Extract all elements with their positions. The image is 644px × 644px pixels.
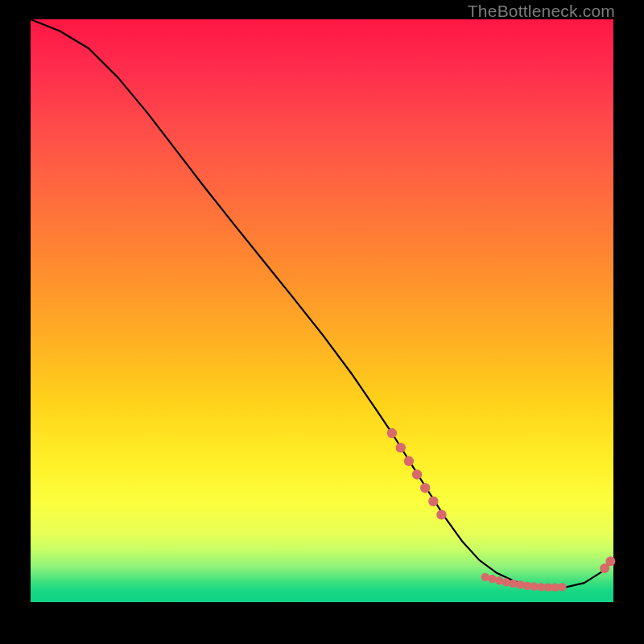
data-marker [404,456,414,466]
data-marker [516,580,524,588]
watermark-text: TheBottleneck.com [468,2,615,21]
data-marker [481,573,489,581]
data-marker [412,469,422,479]
data-marker [488,575,496,583]
data-marker [436,510,446,519]
data-marker [502,578,510,586]
chart-svg [31,19,613,602]
curve-layer [31,19,613,588]
data-marker [428,497,438,506]
data-marker [509,580,517,588]
bottleneck-curve [31,19,613,588]
plot-area [31,19,613,602]
data-marker [495,576,503,584]
data-marker [605,556,615,566]
markers-layer [387,428,616,592]
data-marker [396,443,406,452]
data-marker [558,583,566,591]
chart-stage: TheBottleneck.com [0,0,644,644]
data-marker [420,483,430,493]
data-marker [387,428,397,438]
